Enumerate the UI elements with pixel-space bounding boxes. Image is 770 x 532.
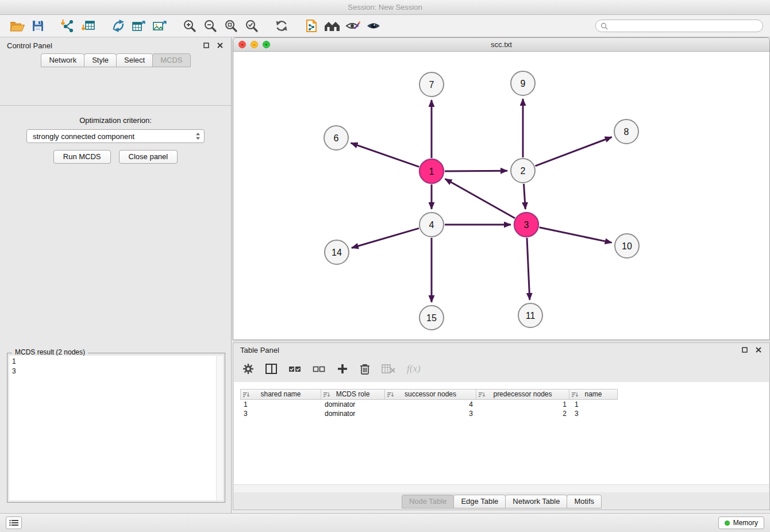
zoom-out-icon — [203, 19, 217, 33]
trash-icon — [360, 363, 370, 375]
control-panel-tab-network[interactable]: Network — [41, 53, 84, 67]
edge-2-3[interactable] — [524, 184, 526, 209]
table-tab-node-table[interactable]: Node Table — [402, 495, 455, 508]
control-panel-tab-mcds[interactable]: MCDS — [152, 53, 190, 67]
node-table: shared nameMCDS rolesuccessor nodesprede… — [234, 382, 769, 484]
import-network-button[interactable] — [57, 17, 78, 35]
sort-icon — [479, 392, 485, 398]
result-scrollbar[interactable] — [216, 356, 223, 500]
float-icon — [742, 347, 748, 353]
import-table-button[interactable] — [78, 17, 99, 35]
edge-1-2[interactable] — [445, 171, 507, 171]
zoom-selected-button[interactable] — [241, 17, 262, 35]
open-session-button[interactable] — [7, 17, 28, 35]
window-controls: × − + — [238, 41, 270, 48]
node-label-3: 3 — [524, 220, 529, 230]
node-label-11: 11 — [526, 311, 536, 321]
table-cell: 1 — [240, 400, 321, 409]
node-label-6: 6 — [334, 133, 339, 143]
close-window-button[interactable]: × — [238, 41, 246, 48]
column-header-shared-name[interactable]: shared name — [240, 389, 321, 400]
memory-label: Memory — [733, 519, 758, 527]
close-table-panel-button[interactable] — [754, 346, 763, 354]
table-cell: 3 — [571, 409, 620, 418]
network-overview-button[interactable] — [322, 17, 342, 35]
zoom-in-button[interactable] — [179, 17, 200, 35]
task-history-button[interactable] — [6, 516, 22, 529]
export-table-button[interactable] — [129, 17, 149, 35]
close-panel-button[interactable] — [216, 41, 224, 49]
zoom-selected-icon — [245, 19, 259, 33]
close-icon — [217, 43, 223, 48]
control-panel-tab-style[interactable]: Style — [84, 53, 117, 67]
delete-table-icon — [382, 364, 395, 374]
search-box[interactable] — [595, 20, 763, 32]
float-panel-button[interactable] — [202, 41, 210, 49]
table-row[interactable]: 1dominator411 — [240, 400, 769, 409]
network-window-titlebar[interactable]: × − + scc.txt — [233, 38, 769, 52]
control-panel-tab-select[interactable]: Select — [116, 53, 153, 67]
column-header-MCDS-role[interactable]: MCDS role — [321, 389, 385, 400]
edge-3-10[interactable] — [540, 228, 612, 243]
zoom-in-icon — [183, 19, 197, 33]
table-horizontal-scrollbar[interactable] — [234, 484, 769, 492]
show-columns-button[interactable] — [265, 364, 277, 374]
edge-1-6[interactable] — [351, 143, 419, 167]
show-graphics-button[interactable] — [363, 17, 384, 35]
node-label-7: 7 — [429, 80, 434, 90]
column-header-name[interactable]: name — [569, 389, 618, 400]
criterion-dropdown[interactable]: strongly connected component — [26, 129, 205, 143]
network-view-window: × − + scc.txt 7968124314101511 — [233, 37, 770, 340]
table-tab-motifs[interactable]: Motifs — [567, 495, 602, 508]
table-tab-edge-table[interactable]: Edge Table — [453, 495, 506, 508]
edge-3-1[interactable] — [445, 179, 515, 218]
eye-icon — [366, 20, 381, 32]
edge-3-11[interactable] — [527, 238, 530, 300]
memory-button[interactable]: Memory — [718, 516, 764, 529]
search-input[interactable] — [611, 22, 758, 30]
column-header-predecessor-nodes[interactable]: predecessor nodes — [476, 389, 569, 400]
new-network-button[interactable] — [108, 17, 129, 35]
edit-style-button[interactable] — [342, 17, 363, 35]
run-mcds-button[interactable]: Run MCDS — [53, 150, 111, 164]
result-line: 3 — [12, 367, 213, 376]
edge-4-14[interactable] — [352, 228, 419, 248]
close-icon — [756, 347, 761, 353]
select-all-columns-button[interactable] — [288, 365, 301, 373]
delete-column-button[interactable] — [360, 363, 370, 375]
edge-2-8[interactable] — [536, 137, 612, 166]
export-table-icon — [132, 19, 147, 33]
zoom-fit-button[interactable] — [221, 17, 241, 35]
mcds-result-list[interactable]: 13 — [9, 356, 216, 500]
paste-network-button[interactable] — [301, 17, 322, 35]
close-panel-action-button[interactable]: Close panel — [119, 150, 178, 164]
save-session-button[interactable] — [28, 17, 48, 35]
node-table-header: shared nameMCDS rolesuccessor nodesprede… — [240, 389, 769, 400]
node-label-14: 14 — [332, 248, 342, 257]
unselect-all-columns-button[interactable] — [313, 365, 325, 373]
network-canvas[interactable]: 7968124314101511 — [233, 52, 769, 340]
table-cell: 1 — [571, 400, 620, 409]
table-tab-network-table[interactable]: Network Table — [505, 495, 567, 508]
control-panel-title: Control Panel — [7, 41, 52, 50]
table-row[interactable]: 3dominator323 — [240, 409, 769, 418]
zoom-out-button[interactable] — [200, 17, 221, 35]
table-toolbar: f(x) — [233, 357, 769, 381]
mcds-tab-content: Optimization criterion: strongly connect… — [0, 105, 231, 513]
export-image-button[interactable] — [149, 17, 170, 35]
houses-icon — [324, 20, 341, 32]
column-header-successor-nodes[interactable]: successor nodes — [384, 389, 476, 400]
table-cell: dominator — [321, 409, 386, 418]
table-settings-button[interactable] — [242, 363, 254, 375]
float-table-panel-button[interactable] — [741, 346, 749, 354]
apply-layout-button[interactable] — [271, 17, 292, 35]
save-floppy-icon — [32, 20, 44, 32]
zoom-window-button[interactable]: + — [263, 41, 270, 48]
create-column-button[interactable] — [337, 363, 348, 375]
document-network-icon — [305, 19, 318, 33]
criterion-dropdown-value: strongly connected component — [33, 132, 195, 141]
table-panel: Table Panel — [233, 342, 770, 510]
minimize-window-button[interactable]: − — [251, 41, 258, 48]
gear-icon — [242, 363, 254, 375]
table-panel-title: Table Panel — [240, 346, 279, 354]
